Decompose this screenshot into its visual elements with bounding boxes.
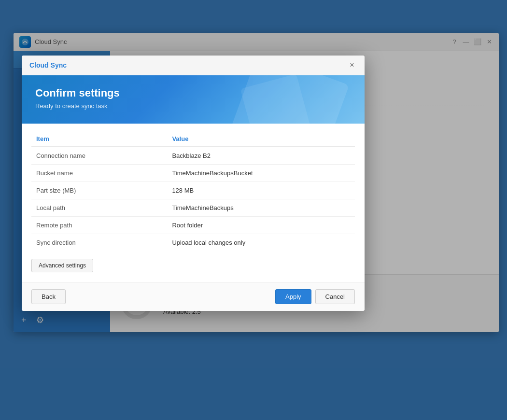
advanced-settings-button[interactable]: Advanced settings bbox=[31, 259, 93, 272]
table-cell-value: Backblaze B2 bbox=[167, 147, 355, 165]
table-cell-value: 128 MB bbox=[167, 182, 355, 199]
dialog-banner: Confirm settings Ready to create sync ta… bbox=[22, 75, 365, 124]
cancel-button[interactable]: Cancel bbox=[315, 289, 355, 304]
table-cell-value: TimeMachineBackupsBucket bbox=[167, 165, 355, 182]
table-row: Part size (MB) 128 MB bbox=[31, 182, 355, 199]
col-item-header: Item bbox=[31, 131, 167, 147]
table-cell-item: Remote path bbox=[31, 217, 167, 234]
dialog-footer: Back Apply Cancel bbox=[22, 282, 365, 311]
table-cell-item: Sync direction bbox=[31, 234, 167, 252]
table-cell-item: Bucket name bbox=[31, 165, 167, 182]
dialog-title: Cloud Sync bbox=[29, 61, 67, 69]
dialog-titlebar: Cloud Sync × bbox=[22, 56, 365, 75]
col-value-header: Value bbox=[167, 131, 355, 147]
banner-subtitle: Ready to create sync task bbox=[35, 102, 351, 110]
table-cell-value: TimeMachineBackups bbox=[167, 199, 355, 217]
table-header-row: Item Value bbox=[31, 131, 355, 147]
table-row: Local path TimeMachineBackups bbox=[31, 199, 355, 217]
table-cell-item: Connection name bbox=[31, 147, 167, 165]
table-row: Remote path Root folder bbox=[31, 217, 355, 234]
footer-right: Apply Cancel bbox=[275, 289, 355, 304]
table-row: Sync direction Upload local changes only bbox=[31, 234, 355, 252]
footer-left: Back bbox=[31, 289, 66, 304]
table-cell-item: Local path bbox=[31, 199, 167, 217]
back-button[interactable]: Back bbox=[31, 289, 66, 304]
apply-button[interactable]: Apply bbox=[275, 289, 311, 304]
banner-title: Confirm settings bbox=[35, 87, 351, 99]
cloud-sync-dialog: Cloud Sync × Confirm settings Ready to c… bbox=[22, 56, 365, 311]
table-cell-value: Root folder bbox=[167, 217, 355, 234]
table-cell-item: Part size (MB) bbox=[31, 182, 167, 199]
table-row: Bucket name TimeMachineBackupsBucket bbox=[31, 165, 355, 182]
settings-container: Item Value Connection name Backblaze B2 … bbox=[22, 124, 365, 282]
dialog-close-button[interactable]: × bbox=[347, 60, 357, 70]
table-wrapper: Item Value Connection name Backblaze B2 … bbox=[31, 131, 355, 251]
settings-table: Item Value Connection name Backblaze B2 … bbox=[31, 131, 355, 251]
table-cell-value: Upload local changes only bbox=[167, 234, 355, 252]
table-row: Connection name Backblaze B2 bbox=[31, 147, 355, 165]
